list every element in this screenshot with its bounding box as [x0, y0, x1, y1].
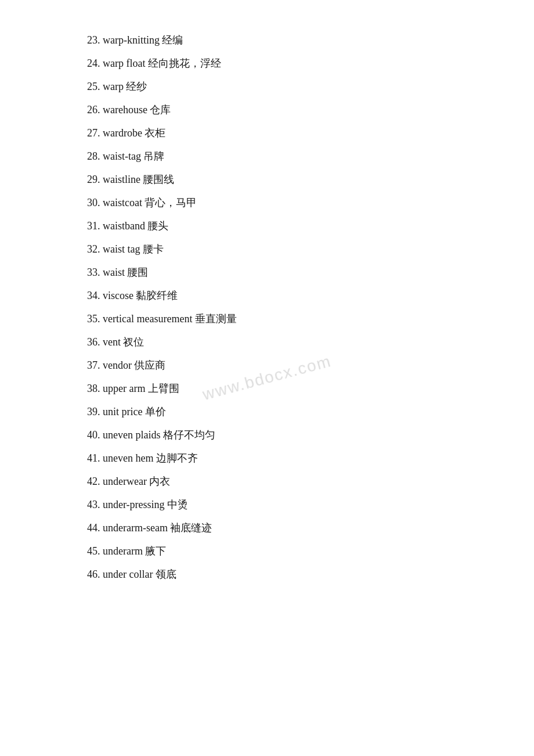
list-item: 32. waist tag 腰卡 — [87, 244, 488, 254]
list-item: 37. vendor 供应商 — [87, 360, 488, 370]
list-item: 35. vertical measurement 垂直测量 — [87, 314, 488, 324]
list-item: 34. viscose 黏胶纤维 — [87, 290, 488, 301]
list-item: 40. uneven plaids 格仔不均匀 — [87, 430, 488, 440]
list-item: 41. uneven hem 边脚不齐 — [87, 453, 488, 463]
glossary-list: 23. warp-knitting 经编24. warp float 经向挑花，… — [87, 35, 488, 579]
list-item: 28. waist-tag 吊牌 — [87, 151, 488, 161]
list-item: 45. underarm 腋下 — [87, 546, 488, 556]
list-item: 38. upper arm 上臂围 — [87, 383, 488, 394]
list-item: 33. waist 腰围 — [87, 267, 488, 278]
list-item: 31. waistband 腰头 — [87, 221, 488, 231]
list-item: 44. underarm-seam 袖底缝迹 — [87, 523, 488, 533]
list-item: 43. under-pressing 中烫 — [87, 499, 488, 510]
list-item: 42. underwear 内衣 — [87, 476, 488, 487]
list-item: 25. warp 经纱 — [87, 81, 488, 92]
list-item: 24. warp float 经向挑花，浮经 — [87, 58, 488, 69]
list-item: 23. warp-knitting 经编 — [87, 35, 488, 45]
list-item: 46. under collar 领底 — [87, 569, 488, 579]
list-item: 29. waistline 腰围线 — [87, 174, 488, 185]
list-item: 30. waistcoat 背心，马甲 — [87, 197, 488, 208]
list-item: 39. unit price 单价 — [87, 406, 488, 417]
list-item: 36. vent 衩位 — [87, 337, 488, 347]
list-item: 27. wardrobe 衣柜 — [87, 128, 488, 138]
list-item: 26. warehouse 仓库 — [87, 105, 488, 115]
